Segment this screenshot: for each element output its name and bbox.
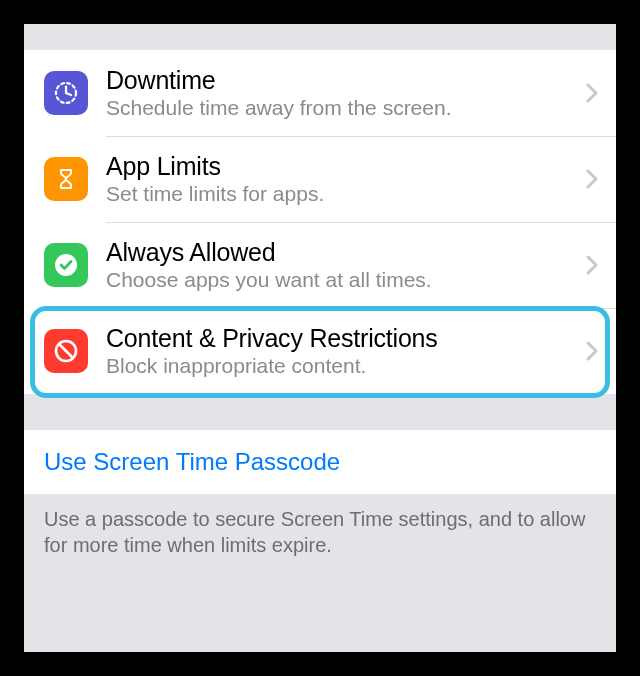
svg-line-6 (60, 345, 73, 358)
row-always-allowed[interactable]: Always Allowed Choose apps you want at a… (24, 222, 616, 308)
hourglass-icon (44, 157, 88, 201)
row-downtime[interactable]: Downtime Schedule time away from the scr… (24, 50, 616, 136)
row-labels: Downtime Schedule time away from the scr… (106, 66, 578, 121)
chevron-right-icon (586, 83, 598, 103)
row-subtitle: Choose apps you want at all times. (106, 267, 578, 292)
row-subtitle: Set time limits for apps. (106, 181, 578, 206)
row-subtitle: Block inappropriate content. (106, 353, 578, 378)
use-passcode-link[interactable]: Use Screen Time Passcode (24, 430, 616, 494)
restrict-icon (44, 329, 88, 373)
row-labels: App Limits Set time limits for apps. (106, 152, 578, 207)
row-title: App Limits (106, 152, 578, 181)
top-gap (24, 24, 616, 50)
passcode-link-group: Use Screen Time Passcode (24, 430, 616, 494)
row-labels: Content & Privacy Restrictions Block ina… (106, 324, 578, 379)
row-content-privacy[interactable]: Content & Privacy Restrictions Block ina… (24, 308, 616, 394)
screen-time-settings-frame: Downtime Schedule time away from the scr… (24, 24, 616, 652)
chevron-right-icon (586, 255, 598, 275)
svg-line-2 (66, 93, 71, 95)
downtime-icon (44, 71, 88, 115)
check-icon (44, 243, 88, 287)
row-title: Downtime (106, 66, 578, 95)
row-labels: Always Allowed Choose apps you want at a… (106, 238, 578, 293)
chevron-right-icon (586, 341, 598, 361)
screen-time-items-group: Downtime Schedule time away from the scr… (24, 50, 616, 394)
chevron-right-icon (586, 169, 598, 189)
passcode-footer-text: Use a passcode to secure Screen Time set… (24, 494, 616, 558)
row-title: Content & Privacy Restrictions (106, 324, 578, 353)
row-app-limits[interactable]: App Limits Set time limits for apps. (24, 136, 616, 222)
row-subtitle: Schedule time away from the screen. (106, 95, 578, 120)
row-title: Always Allowed (106, 238, 578, 267)
